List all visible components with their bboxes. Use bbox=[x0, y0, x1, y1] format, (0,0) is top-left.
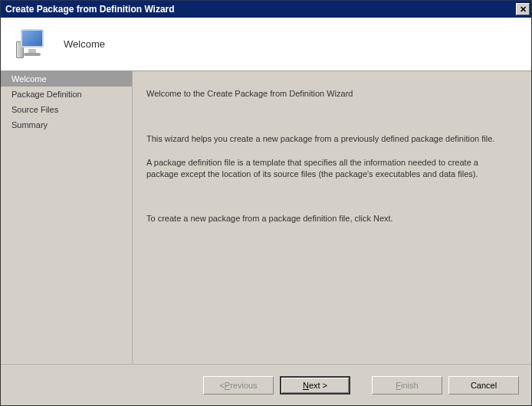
sidebar-item-source-files[interactable]: Source Files bbox=[1, 102, 132, 117]
button-rest: ext > bbox=[309, 381, 327, 390]
window-title: Create Package from Definition Wizard bbox=[5, 4, 175, 15]
sidebar-item-summary[interactable]: Summary bbox=[1, 117, 132, 133]
content-paragraph: This wizard helps you create a new packa… bbox=[146, 133, 510, 145]
cancel-button[interactable]: Cancel bbox=[448, 376, 519, 395]
sidebar-item-label: Source Files bbox=[11, 105, 58, 114]
content-paragraph: A package definition file is a template … bbox=[146, 157, 510, 180]
button-rest: revious bbox=[230, 381, 257, 390]
sidebar-item-label: Summary bbox=[11, 120, 48, 129]
body-area: Welcome Package Definition Source Files … bbox=[1, 71, 531, 364]
footer: < Previous Next > Finish Cancel bbox=[1, 364, 531, 405]
sidebar-item-welcome[interactable]: Welcome bbox=[1, 71, 132, 87]
sidebar-item-package-definition[interactable]: Package Definition bbox=[1, 87, 132, 102]
content-panel: Welcome to the Create Package from Defin… bbox=[133, 71, 531, 364]
header-panel: Welcome bbox=[1, 18, 531, 71]
page-title: Welcome bbox=[64, 38, 105, 50]
button-accel: F bbox=[396, 381, 401, 390]
button-accel: N bbox=[303, 381, 309, 390]
sidebar-item-label: Welcome bbox=[11, 74, 47, 83]
button-accel: P bbox=[225, 381, 230, 390]
sidebar: Welcome Package Definition Source Files … bbox=[1, 71, 133, 364]
wizard-window: Create Package from Definition Wizard ✕ … bbox=[0, 0, 532, 406]
titlebar: Create Package from Definition Wizard ✕ bbox=[1, 1, 531, 18]
computer-icon bbox=[16, 28, 50, 61]
content-paragraph: To create a new package from a package d… bbox=[146, 213, 510, 224]
finish-button: Finish bbox=[372, 376, 442, 395]
close-icon: ✕ bbox=[520, 5, 527, 14]
button-rest: inish bbox=[401, 381, 419, 390]
next-button[interactable]: Next > bbox=[280, 376, 350, 395]
sidebar-item-label: Package Definition bbox=[11, 90, 82, 99]
close-button[interactable]: ✕ bbox=[516, 3, 530, 15]
previous-button: < Previous bbox=[203, 376, 274, 395]
content-title: Welcome to the Create Package from Defin… bbox=[146, 88, 510, 100]
button-label: Cancel bbox=[471, 381, 497, 390]
